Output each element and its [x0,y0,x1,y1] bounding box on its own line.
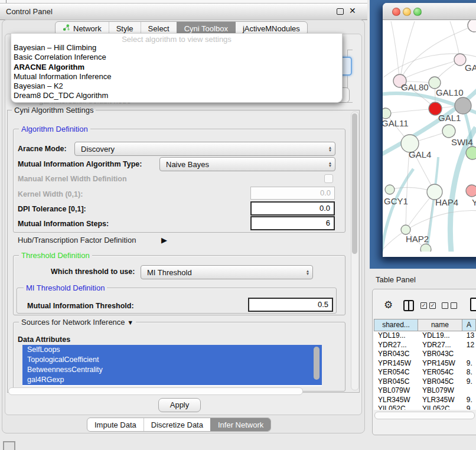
minimized-panel-icon[interactable] [3,441,15,450]
column-header-shared-[interactable]: shared... [374,319,418,331]
hub-definition-label: Hub/Transcription Factor Definition [18,236,136,244]
settings-scrollbar-thumb[interactable] [352,113,357,254]
table-cell: YPR145W [418,359,462,369]
settings-horizontal-scrollbar[interactable] [8,387,303,395]
checked-checkbox-icon[interactable]: ✓ [420,302,427,309]
mi-algorithm-type-value: Naive Bayes [160,160,325,169]
data-attributes-label: Data Attributes [18,335,70,344]
cyni-settings-legend: Cyni Algorithm Settings [12,106,96,115]
sources-title: Sources for Network Inference [21,318,125,327]
network-node-gcy1[interactable] [385,185,395,194]
network-node-swi4[interactable] [466,146,476,159]
algorithm-option-mutual-information-inference[interactable]: Mutual Information Inference [11,72,342,81]
bottom-tab-impute-data[interactable]: Impute Data [87,418,144,431]
network-node[interactable] [420,244,431,252]
close-icon[interactable]: ✕ [349,6,356,15]
table-cell: YIL052C [374,405,418,410]
manual-kernel-width-label: Manual Kernel Width Definition [18,175,127,183]
table-row[interactable]: YDL19...YDL19...13 [374,331,476,341]
column-header-name[interactable]: name [418,319,462,331]
algorithm-option-bayesian-k2[interactable]: Bayesian – K2 [11,81,342,91]
mi-threshold-field[interactable]: 0.5 [248,298,333,312]
attribute-item-topologicalcoefficient[interactable]: TopologicalCoefficient [22,355,322,365]
bottom-tab-infer-network[interactable]: Infer Network [210,418,270,431]
algorithm-option-basic-correlation-inference[interactable]: Basic Correlation Inference [11,53,342,62]
algorithm-definition-legend: Algorithm Definition [19,125,90,133]
algorithm-option-bayesian-hill-climbing[interactable]: Bayesian – Hill Climbing [11,43,342,53]
aracne-mode-select[interactable]: Discovery ▲▼ [74,142,335,156]
column-header-a[interactable]: A [462,319,476,331]
minimize-traffic-light[interactable] [403,8,411,16]
dpi-tolerance-field[interactable]: 0.0 [250,201,335,216]
kernel-width-field[interactable]: 0.0 [250,187,335,200]
tab-label: Impute Data [94,420,136,429]
gear-icon[interactable]: ⚙ [384,299,393,311]
mi-steps-field[interactable]: 6 [250,216,335,230]
table-cell [462,350,476,359]
zoom-traffic-light[interactable] [413,8,422,16]
table-cell: 9. [462,405,476,410]
attributes-scrollbar-thumb[interactable] [314,347,319,380]
table-row[interactable]: YBR045CYBR045C9. [374,377,476,387]
network-graph: GALGAL80GAL10GAL11GAL1SWI4GAL4GCY1HAP4YH… [383,20,476,252]
table-body: YDL19...YDL19...13YDR27...YDR27...12YBR0… [374,331,476,410]
bottom-tab-discretize-data[interactable]: Discretize Data [144,418,210,431]
hub-expand-arrow-icon[interactable]: ▶ [161,236,167,244]
table-row[interactable]: YIL052CYIL052C9. [374,405,476,410]
network-canvas[interactable]: GALGAL80GAL10GAL11GAL1SWI4GAL4GCY1HAP4YH… [383,20,476,252]
kernel-width-label: Kernel Width (0,1): [18,190,83,198]
network-node-gal10[interactable] [429,77,441,89]
table-cell: YDR27... [418,341,462,350]
close-traffic-light[interactable] [392,8,400,16]
float-window-icon[interactable] [337,8,344,15]
table-row[interactable]: YLR345WYLR345W9. [374,396,476,405]
table-cell: YBR045C [374,377,418,387]
unchecked-checkbox-icon[interactable] [442,302,448,309]
network-node-gal[interactable] [454,54,466,66]
sources-collapse-arrow-icon[interactable]: ▼ [127,319,133,326]
algorithm-option-aracne-algorithm[interactable]: ARACNE Algorithm [11,63,342,72]
document-icon[interactable] [470,298,476,311]
attribute-item-selfloops[interactable]: SelfLoops [22,345,322,355]
table-cell: YIL052C [418,405,462,410]
network-icon [63,24,70,33]
network-node-hap2[interactable] [401,225,410,234]
table-cell: 9. [462,377,476,387]
checked-checkbox-icon[interactable]: ✓ [429,302,436,309]
aracne-mode-value: Discovery [75,145,325,154]
table-horizontal-scrollbar[interactable] [374,412,475,419]
network-node-y[interactable] [466,185,476,197]
control-panel-title: Control Panel [6,7,53,16]
node-label: GAL10 [436,87,464,97]
attribute-item-betweennesscentrality[interactable]: BetweennessCentrality [22,365,322,375]
node-label: SWI4 [451,137,473,147]
tab-label: Network [73,24,102,33]
table-row[interactable]: YDR27...YDR27...12 [374,341,476,350]
algorithm-option-dream8-dc-tdc-algorithm[interactable]: Dream8 DC_TDC Algorithm [11,91,342,100]
tab-label: Cyni Toolbox [184,24,228,33]
unchecked-checkbox-icon[interactable] [451,302,457,309]
split-columns-icon[interactable] [403,300,414,311]
manual-kernel-width-checkbox[interactable] [324,174,333,183]
mi-algorithm-type-select[interactable]: Naive Bayes ▲▼ [159,157,335,171]
network-node-gal11[interactable] [383,108,391,119]
network-node[interactable] [468,20,476,32]
table-cell: YER054C [418,368,462,377]
attribute-item-gal4rgexp[interactable]: gal4RGexp [22,375,322,385]
stepper-arrows-icon: ▲▼ [303,269,312,276]
apply-button[interactable]: Apply [158,398,201,412]
table-row[interactable]: YBL079WYBL079W [374,386,476,396]
table-cell [462,386,476,396]
node-label: HAP2 [406,234,429,244]
which-threshold-select[interactable]: MI Threshold ▲▼ [141,265,313,279]
stepper-arrows-icon: ▲▼ [325,161,335,168]
table-row[interactable]: YBR043CYBR043C [374,350,476,359]
network-window-titlebar[interactable] [383,3,476,20]
tab-label: Discretize Data [151,420,203,429]
table-row[interactable]: YPR145WYPR145W9. [374,359,476,369]
tab-label: Select [148,24,169,33]
table-row[interactable]: YER054CYER054C8. [374,368,476,377]
algorithm-dropdown-placeholder[interactable]: Select algorithm to view settings [11,34,342,43]
network-node-gal1[interactable] [442,125,455,138]
network-node[interactable] [455,97,471,114]
